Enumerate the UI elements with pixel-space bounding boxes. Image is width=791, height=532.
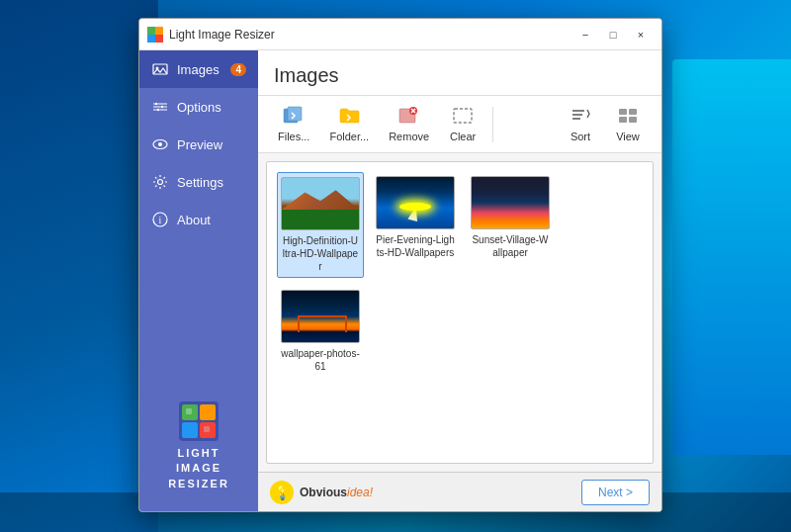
files-icon — [283, 106, 305, 129]
clear-label: Clear — [450, 131, 476, 142]
window-title: Light Image Resizer — [169, 28, 572, 42]
remove-label: Remove — [389, 131, 429, 142]
folder-button[interactable]: Folder... — [321, 102, 377, 146]
app-icon — [147, 27, 163, 43]
svg-rect-23 — [182, 422, 198, 438]
svg-rect-3 — [155, 35, 163, 43]
image-item-1[interactable]: High-Definition-Ultra-HD-Wallpaper — [277, 172, 364, 278]
svg-point-17 — [158, 180, 163, 185]
image-label-3: Sunset-Village-Wallpaper — [471, 233, 550, 259]
cursor-overlay — [407, 206, 420, 222]
sort-button[interactable]: Sort — [559, 102, 602, 146]
sidebar-logo: LIGHT IMAGE RESIZER — [139, 377, 258, 511]
footer: 💡 Obviousidea! Next > — [258, 472, 661, 511]
clear-icon — [452, 106, 474, 129]
svg-point-6 — [155, 103, 157, 105]
folder-label: Folder... — [329, 131, 369, 142]
image-thumb-1 — [281, 177, 360, 230]
desktop-bg-right — [672, 59, 791, 455]
sidebar-item-images[interactable]: Images 4 — [139, 50, 258, 88]
panel-title: Images — [274, 64, 339, 86]
image-thumb-4 — [281, 290, 360, 343]
view-button[interactable]: View — [606, 102, 650, 146]
close-button[interactable]: × — [628, 25, 654, 44]
clear-button[interactable]: Clear — [441, 102, 484, 146]
svg-rect-22 — [200, 404, 216, 420]
svg-rect-2 — [147, 35, 155, 43]
logo-text: LIGHT IMAGE RESIZER — [168, 446, 229, 491]
title-bar: Light Image Resizer − □ × — [139, 19, 661, 50]
image-thumb-3 — [471, 176, 550, 229]
svg-text:i: i — [159, 215, 162, 225]
images-label: Images — [177, 62, 220, 77]
svg-rect-40 — [629, 117, 637, 123]
svg-point-12 — [157, 109, 159, 111]
preview-icon — [151, 135, 169, 153]
images-icon — [151, 60, 169, 78]
svg-point-9 — [161, 106, 163, 108]
svg-rect-38 — [629, 109, 637, 115]
image-item-2[interactable]: Pier-Evening-Lights-HD-Wallpapers — [372, 172, 459, 278]
svg-rect-25 — [186, 408, 192, 414]
about-label: About — [177, 213, 211, 227]
options-icon — [151, 98, 169, 116]
view-label: View — [616, 131, 640, 142]
footer-brand: Obviousidea! — [300, 486, 373, 499]
images-grid: High-Definition-Ultra-HD-Wallpaper Pier-… — [277, 172, 643, 377]
svg-rect-1 — [155, 27, 163, 35]
settings-label: Settings — [177, 175, 223, 190]
files-button[interactable]: Files... — [270, 102, 317, 146]
next-button[interactable]: Next > — [581, 480, 650, 505]
svg-rect-28 — [288, 107, 302, 121]
image-label-1: High-Definition-Ultra-HD-Wallpaper — [282, 234, 359, 273]
sort-icon — [570, 106, 591, 129]
svg-point-16 — [158, 142, 162, 146]
options-label: Options — [177, 100, 221, 115]
main-content: Images 4 — [139, 50, 661, 511]
svg-rect-0 — [147, 27, 155, 35]
logo-image — [174, 397, 223, 446]
svg-rect-26 — [204, 426, 210, 432]
desktop-bg-left — [0, 0, 158, 532]
sort-label: Sort — [571, 131, 590, 142]
view-icon — [617, 106, 639, 129]
toolbar-separator — [492, 107, 493, 142]
sidebar-item-settings[interactable]: Settings — [139, 163, 258, 201]
desktop: Light Image Resizer − □ × — [0, 0, 791, 532]
image-label-4: wallpaper-photos-61 — [281, 347, 360, 373]
footer-logo: 💡 Obviousidea! — [270, 481, 373, 504]
files-label: Files... — [278, 131, 309, 142]
settings-icon — [151, 173, 169, 191]
right-panel: Images Files... — [258, 50, 661, 511]
svg-rect-39 — [619, 117, 627, 123]
window-controls: − □ × — [572, 25, 654, 44]
sidebar-item-preview[interactable]: Preview — [139, 126, 258, 163]
remove-icon — [398, 106, 420, 129]
app-window: Light Image Resizer − □ × — [138, 18, 662, 512]
image-item-3[interactable]: Sunset-Village-Wallpaper — [467, 172, 554, 278]
sidebar-item-options[interactable]: Options — [139, 88, 258, 126]
panel-header: Images — [258, 50, 661, 96]
preview-label: Preview — [177, 137, 222, 152]
sidebar-item-about[interactable]: i About — [139, 201, 258, 238]
svg-rect-33 — [454, 109, 472, 123]
remove-button[interactable]: Remove — [381, 102, 437, 146]
images-badge: 4 — [230, 63, 246, 76]
images-area: High-Definition-Ultra-HD-Wallpaper Pier-… — [266, 161, 654, 464]
toolbar: Files... Folder... — [258, 96, 661, 153]
image-label-2: Pier-Evening-Lights-HD-Wallpapers — [376, 233, 455, 259]
image-thumb-2 — [376, 176, 455, 229]
svg-rect-37 — [619, 109, 627, 115]
about-icon: i — [151, 211, 169, 228]
sidebar: Images 4 — [139, 50, 258, 511]
maximize-button[interactable]: □ — [600, 25, 626, 44]
folder-icon — [338, 106, 360, 129]
image-item-4[interactable]: wallpaper-photos-61 — [277, 286, 364, 377]
toolbar-right: Sort View — [559, 102, 650, 146]
minimize-button[interactable]: − — [572, 25, 598, 44]
footer-logo-icon: 💡 — [270, 481, 294, 504]
